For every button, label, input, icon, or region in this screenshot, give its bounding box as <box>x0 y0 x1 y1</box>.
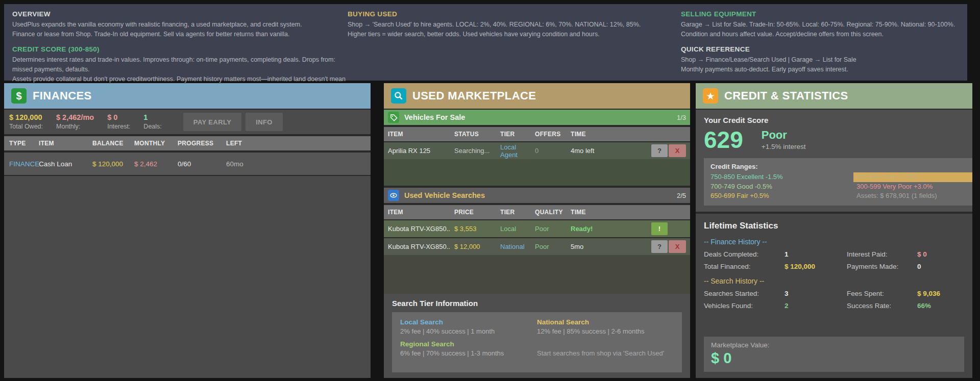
help-selling-equipment: SELLING EQUIPMENT Garage → List for Sale… <box>681 10 967 39</box>
used-searches-count: 2/5 <box>677 192 686 199</box>
credit-ranges-right: 600-649 Poor +1.5% 300-599 Very Poor +3.… <box>856 172 972 201</box>
interest-paid-label: Interest Paid: <box>847 250 917 258</box>
info-button[interactable]: INFO <box>246 113 283 131</box>
lifetime-statistics-section: Lifetime Statistics -- Finance History -… <box>696 214 972 378</box>
payments-made-value: 0 <box>917 263 964 270</box>
range-poor-current: 600-649 Poor +1.5% <box>853 172 972 182</box>
stat-deals: 1 Deals: <box>143 114 161 131</box>
finances-panel: $ FINANCES $ 120,000 Total Owed: $ 2,462… <box>4 83 371 378</box>
row-tier: Local Agent <box>500 143 534 159</box>
search-ready-button[interactable]: ! <box>651 222 668 235</box>
row-tier: Local <box>500 225 534 233</box>
help-column-middle: BUYING USED Shop → 'Search Used' to hire… <box>348 10 681 75</box>
deals-completed-value: 1 <box>785 250 847 258</box>
deals-label: Deals: <box>143 123 161 131</box>
finance-history-grid: Deals Completed: 1 Interest Paid: $ 0 To… <box>704 250 964 270</box>
vehicles-for-sale-count: 1/3 <box>677 114 686 121</box>
row-price: $ 12,000 <box>454 243 499 250</box>
range-very-poor: 300-599 Very Poor +3.0% <box>856 182 972 192</box>
tier-national-name: National Search <box>537 318 674 326</box>
selling-equipment-line: Garage → List for Sale. Trade-In: 50-65%… <box>681 20 967 30</box>
row-time: 5mo <box>571 243 617 250</box>
tier-national: National Search 12% fee | 85% success | … <box>537 318 674 335</box>
row-item: Kubota RTV-XG850.. <box>388 225 453 233</box>
finances-stats-bar: $ 120,000 Total Owed: $ 2,462/mo Monthly… <box>4 110 371 134</box>
overview-line: Finance or lease from Shop. Trade-In old… <box>12 30 348 39</box>
tier-info-note: Start searches from shop via 'Search Use… <box>537 349 674 357</box>
lifetime-statistics-title: Lifetime Statistics <box>704 221 964 231</box>
stat-interest: $ 0 Interest: <box>107 114 130 131</box>
total-owed-label: Total Owed: <box>9 123 43 131</box>
marketplace-value-amount: $ 0 <box>711 350 957 367</box>
search-icon <box>391 88 406 104</box>
help-overview: OVERVIEW UsedPlus expands the vanilla ec… <box>12 10 348 39</box>
column-header-offers: OFFERS <box>535 131 570 138</box>
tier-regional-name: Regional Search <box>400 340 537 348</box>
overview-title: OVERVIEW <box>12 10 348 18</box>
buying-used-line: Shop → 'Search Used' to hire agents. LOC… <box>348 20 681 30</box>
searches-table-header: ITEM PRICE TIER QUALITY TIME <box>384 205 690 219</box>
credit-panel: ★ CREDIT & STATISTICS Your Credit Score … <box>696 83 972 378</box>
credit-score-section: Your Credit Score 629 Poor +1.5% interes… <box>696 110 972 212</box>
credit-interest-modifier: +1.5% interest <box>762 143 806 150</box>
finances-table-header: TYPE ITEM BALANCE MONTHLY PROGRESS LEFT <box>4 136 371 150</box>
tier-local-details: 2% fee | 40% success | 1 month <box>400 327 537 335</box>
eye-icon <box>388 190 399 201</box>
column-header-left: LEFT <box>226 140 365 147</box>
used-searches-bar: Used Vehicle Searches 2/5 <box>384 188 690 203</box>
stat-total-owed: $ 120,000 Total Owed: <box>9 114 43 131</box>
column-header-item: ITEM <box>388 131 453 138</box>
help-column-right: SELLING EQUIPMENT Garage → List for Sale… <box>681 10 967 75</box>
buying-used-line: Higher tiers = wider search, better odds… <box>348 30 681 39</box>
help-column-left: OVERVIEW UsedPlus expands the vanilla ec… <box>12 10 348 75</box>
column-header-balance: BALANCE <box>92 140 134 147</box>
listing-cancel-button[interactable]: X <box>669 144 686 157</box>
marketplace-panel: USED MARKETPLACE Vehicles For Sale 1/3 I… <box>384 83 690 378</box>
fees-spent-label: Fees Spent: <box>847 290 917 297</box>
pay-early-button[interactable]: PAY EARLY <box>183 113 241 131</box>
search-help-button[interactable]: ? <box>651 240 668 253</box>
row-progress: 0/60 <box>178 160 226 168</box>
marketplace-title: USED MARKETPLACE <box>412 89 536 103</box>
stat-monthly: $ 2,462/mo Monthly: <box>56 114 94 131</box>
column-header-price: PRICE <box>454 209 499 216</box>
tag-icon <box>388 112 399 123</box>
usedplus-screen: OVERVIEW UsedPlus expands the vanilla ec… <box>0 0 980 381</box>
row-status: Searching... <box>454 147 499 155</box>
listing-help-button[interactable]: ? <box>651 144 668 157</box>
for-sale-row: Aprilia RX 125 Searching... Local Agent … <box>384 142 690 159</box>
help-panel: OVERVIEW UsedPlus expands the vanilla ec… <box>4 4 967 81</box>
column-header-progress: PROGRESS <box>178 140 226 147</box>
interest-value: $ 0 <box>107 114 130 121</box>
row-item: Aprilia RX 125 <box>388 147 453 155</box>
search-history-grid: Searches Started: 3 Fees Spent: $ 9,036 … <box>704 290 964 310</box>
row-quality: Poor <box>535 243 570 250</box>
total-financed-value: $ 120,000 <box>785 263 847 270</box>
credit-score-line: Determines interest rates and trade-in v… <box>12 55 348 74</box>
vehicles-found-label: Vehicles Found: <box>704 302 785 310</box>
search-cancel-button[interactable]: X <box>669 240 686 253</box>
selling-equipment-line: Condition and hours affect value. Accept… <box>681 30 967 39</box>
search-tier-info-title: Search Tier Information <box>392 299 682 308</box>
interest-label: Interest: <box>107 123 130 131</box>
success-rate-value: 66% <box>917 302 964 310</box>
row-item: Kubota RTV-XG850.. <box>388 243 453 250</box>
range-excellent: 750-850 Excellent -1.5% <box>710 172 856 182</box>
marketplace-value-box: Marketplace Value: $ 0 <box>704 337 964 372</box>
quick-reference-title: QUICK REFERENCE <box>681 45 967 53</box>
finances-header: $ FINANCES <box>4 83 371 109</box>
overview-line: UsedPlus expands the vanilla economy wit… <box>12 20 348 30</box>
row-item: Cash Loan <box>39 160 92 168</box>
row-type: FINANCE <box>9 160 39 168</box>
credit-rating: Poor <box>762 129 806 142</box>
tier-regional-details: 6% fee | 70% success | 1-3 months <box>400 349 537 357</box>
buying-used-title: BUYING USED <box>348 10 681 18</box>
payments-made-label: Payments Made: <box>847 263 917 270</box>
finances-table-body: FINANCE Cash Loan $ 120,000 $ 2,462 0/60… <box>4 153 371 175</box>
searches-started-value: 3 <box>785 290 847 297</box>
row-time: 4mo left <box>571 147 617 155</box>
finance-history-label: -- Finance History -- <box>704 238 964 246</box>
monthly-label: Monthly: <box>56 123 94 131</box>
vehicles-found-value: 2 <box>785 302 847 310</box>
search-history-label: -- Search History -- <box>704 277 964 285</box>
